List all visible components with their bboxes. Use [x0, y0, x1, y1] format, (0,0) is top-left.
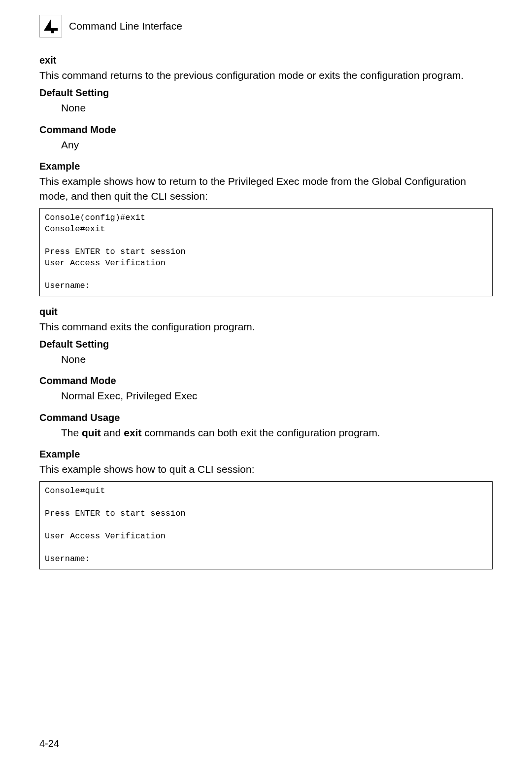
quit-default-setting-label: Default Setting: [39, 339, 493, 350]
quit-example-code: Console#quit Press ENTER to start sessio…: [39, 481, 493, 569]
command-name-exit: exit: [39, 55, 493, 66]
usage-bold-quit: quit: [82, 427, 100, 438]
chapter-number-icon: [39, 15, 62, 37]
page-header: Command Line Interface: [39, 15, 493, 37]
exit-description: This command returns to the previous con…: [39, 68, 493, 82]
exit-command-mode-value: Any: [39, 138, 493, 152]
exit-command-mode-label: Command Mode: [39, 124, 493, 136]
command-name-quit: quit: [39, 306, 493, 317]
quit-example-intro: This example shows how to quit a CLI ses…: [39, 462, 493, 476]
exit-example-intro: This example shows how to return to the …: [39, 174, 493, 203]
exit-example-code: Console(config)#exit Console#exit Press …: [39, 208, 493, 296]
usage-bold-exit: exit: [124, 427, 141, 438]
exit-default-setting-value: None: [39, 101, 493, 115]
quit-default-setting-value: None: [39, 352, 493, 366]
page-number: 4-24: [39, 738, 59, 749]
exit-default-setting-label: Default Setting: [39, 87, 493, 99]
quit-command-mode-value: Normal Exec, Privileged Exec: [39, 388, 493, 403]
usage-prefix: The: [61, 427, 82, 438]
quit-command-usage-label: Command Usage: [39, 412, 493, 423]
svg-rect-1: [51, 28, 54, 33]
quit-example-label: Example: [39, 449, 493, 460]
usage-suffix: commands can both exit the configuration…: [141, 427, 380, 438]
quit-description: This command exits the configuration pro…: [39, 319, 493, 334]
exit-example-label: Example: [39, 161, 493, 172]
quit-command-usage-text: The quit and exit commands can both exit…: [39, 425, 493, 440]
usage-mid: and: [101, 427, 124, 438]
header-title: Command Line Interface: [69, 20, 182, 32]
quit-command-mode-label: Command Mode: [39, 375, 493, 387]
